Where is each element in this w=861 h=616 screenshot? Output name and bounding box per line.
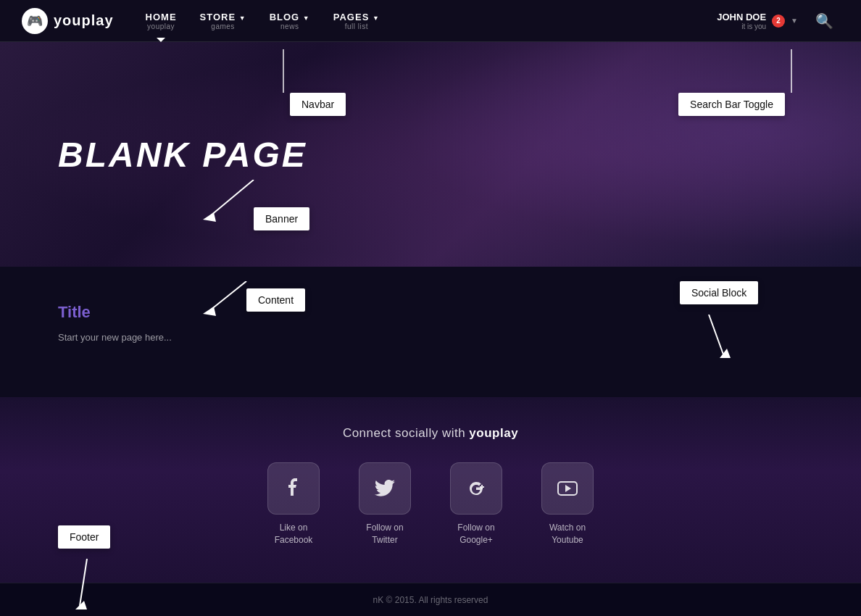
footer-section: nK © 2015. All rights reserved Footer — [0, 583, 861, 616]
youtube-label: Watch onYoutube — [549, 522, 586, 546]
svg-line-0 — [210, 180, 254, 216]
nav-item-pages[interactable]: PAGES ▼ full list — [323, 7, 390, 35]
social-callout: Social Block — [680, 281, 758, 304]
social-item-facebook[interactable]: Like onFacebook — [254, 462, 333, 546]
navbar-callout: Navbar — [290, 93, 346, 116]
nav-blog-sub: news — [280, 22, 299, 30]
nav-right: JOHN DOE it is you 2 ▼ 🔍 — [717, 9, 839, 33]
social-section: Connect socially with youplay Like onFac… — [0, 397, 861, 583]
search-toggle-button[interactable]: 🔍 — [810, 9, 839, 33]
nav-pages-label: PAGES ▼ — [333, 12, 380, 22]
user-sub: it is you — [717, 22, 766, 30]
navbar: 🎮 youplay HOME youplay STORE ▼ games BLO… — [0, 0, 861, 42]
footer-text: nK © 2015. All rights reserved — [12, 595, 849, 605]
googleplus-icon-box — [450, 462, 502, 515]
social-icons-row: Like onFacebook Follow onTwitter — [14, 462, 847, 546]
content-section: Title Start your new page here... Conten… — [0, 267, 861, 397]
social-heading: Connect socially with youplay — [14, 426, 847, 441]
content-text: Start your new page here... — [58, 332, 803, 343]
nav-blog-label: BLOG ▼ — [270, 12, 310, 22]
svg-line-4 — [709, 315, 723, 354]
banner-section: BLANK PAGE Navbar Search Bar Toggle Bann… — [0, 42, 861, 267]
user-info[interactable]: JOHN DOE it is you 2 ▼ — [717, 12, 798, 30]
social-item-googleplus[interactable]: Follow onGoogle+ — [436, 462, 516, 546]
facebook-label: Like onFacebook — [275, 522, 313, 546]
nav-item-store[interactable]: STORE ▼ games — [190, 7, 257, 35]
svg-marker-3 — [203, 307, 216, 316]
nav-links: HOME youplay STORE ▼ games BLOG ▼ news P… — [136, 7, 718, 35]
googleplus-icon — [465, 477, 488, 500]
svg-line-2 — [210, 281, 246, 310]
svg-marker-1 — [203, 212, 216, 222]
notification-badge: 2 — [772, 14, 785, 28]
twitter-label: Follow onTwitter — [366, 522, 403, 546]
youtube-icon — [556, 477, 579, 500]
nav-item-blog[interactable]: BLOG ▼ news — [259, 7, 320, 35]
banner-arrow — [203, 180, 261, 223]
social-item-youtube[interactable]: Watch onYoutube — [528, 462, 607, 546]
facebook-icon — [282, 477, 305, 500]
banner-bg — [344, 42, 861, 267]
content-title: Title — [58, 303, 803, 322]
content-arrow — [203, 281, 261, 317]
nav-home-label: HOME — [146, 12, 177, 22]
banner-title: BLANK PAGE — [58, 135, 307, 175]
user-name: JOHN DOE — [717, 12, 766, 22]
brand-icon: 🎮 — [22, 8, 48, 34]
nav-pages-sub: full list — [345, 22, 368, 30]
nav-item-home[interactable]: HOME youplay — [136, 7, 187, 35]
brand[interactable]: 🎮 youplay — [22, 8, 114, 34]
googleplus-label: Follow onGoogle+ — [457, 522, 494, 546]
youtube-icon-box — [541, 462, 594, 515]
facebook-icon-box — [267, 462, 320, 515]
nav-store-label: STORE ▼ — [200, 12, 246, 22]
user-dropdown-arrow[interactable]: ▼ — [791, 17, 798, 25]
brand-name: youplay — [54, 12, 114, 29]
twitter-icon-box — [359, 462, 411, 515]
social-arrow — [694, 315, 752, 358]
twitter-icon — [373, 477, 396, 500]
nav-home-sub: youplay — [147, 22, 175, 30]
banner-callout: Banner — [254, 207, 309, 230]
nav-store-sub: games — [211, 22, 235, 30]
page-wrapper: 🎮 youplay HOME youplay STORE ▼ games BLO… — [0, 0, 861, 616]
social-item-twitter[interactable]: Follow onTwitter — [345, 462, 425, 546]
